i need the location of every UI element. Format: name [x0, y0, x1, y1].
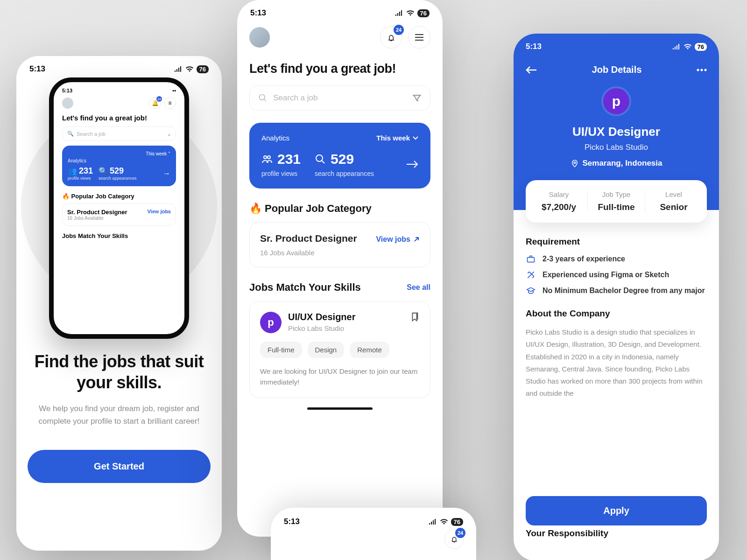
level-value: Senior: [649, 202, 698, 212]
bookmark-button[interactable]: [409, 312, 420, 322]
job-detail-screen: 5:13 76 Job Details p UI/UX Designer Pic…: [514, 34, 719, 560]
requirement-item: 2-3 years of experience: [526, 254, 707, 264]
home-indicator: [307, 407, 373, 410]
search-input[interactable]: Search a job: [249, 85, 430, 111]
job-title: UI/UX Designer: [288, 312, 355, 322]
analytics-label: Analytics: [261, 134, 289, 142]
job-description: We are looking for UI/UX Designer to joi…: [260, 366, 420, 387]
search-appearances-label: search appearances: [315, 170, 374, 177]
company-name: Picko Labs Studio: [526, 143, 707, 152]
job-company: Picko Labs Studio: [288, 324, 355, 332]
view-jobs-link[interactable]: View jobs: [376, 235, 420, 244]
analytics-card[interactable]: Analytics This week 231 profile views: [249, 123, 430, 189]
status-bar: 5:13 76: [237, 0, 443, 22]
analytics-arrow[interactable]: [406, 160, 418, 168]
signal-icon: [672, 44, 681, 49]
responsibility-title: Your Responsibility: [526, 528, 608, 539]
filter-icon[interactable]: [412, 93, 422, 103]
battery-indicator: 76: [695, 43, 707, 51]
jobs-available: 16 Jobs Available: [260, 249, 420, 257]
svg-point-2: [268, 156, 270, 159]
jobtype-label: Job Type: [592, 190, 641, 198]
svg-point-3: [316, 155, 323, 161]
status-time: 5:13: [284, 517, 300, 526]
search-placeholder: Search a job: [273, 93, 317, 103]
wifi-icon: [185, 66, 194, 72]
menu-icon: ≡: [164, 97, 176, 109]
onboarding-subtext: We help you find your dream job, registe…: [33, 402, 205, 427]
svg-point-6: [704, 69, 706, 71]
location-text: Semarang, Indonesia: [583, 159, 662, 168]
status-bar: 5:13 76: [271, 511, 476, 529]
bell-icon: [387, 33, 396, 42]
notifications-button[interactable]: 24: [444, 529, 464, 549]
category-card[interactable]: Sr. Product Designer View jobs 16 Jobs A…: [249, 222, 430, 267]
hamburger-icon: [415, 34, 424, 41]
job-tag: Remote: [350, 342, 389, 358]
more-icon: [697, 69, 707, 71]
search-icon: [258, 93, 268, 103]
notifications-button[interactable]: 24: [380, 26, 402, 49]
search-appearances-value: 529: [331, 151, 354, 167]
see-all-link[interactable]: See all: [407, 283, 430, 292]
location-icon: [571, 159, 579, 168]
requirement-item: No Minimum Bachelor Degree from any majo…: [526, 286, 707, 295]
battery-indicator: 76: [451, 518, 463, 526]
avatar[interactable]: [249, 27, 270, 48]
status-bar: 5:13 76: [16, 56, 222, 78]
svg-point-7: [574, 162, 576, 164]
get-started-button[interactable]: Get Started: [28, 450, 211, 483]
tools-icon: [526, 270, 536, 280]
signal-icon: [174, 66, 183, 72]
more-button[interactable]: [697, 69, 707, 71]
hero-inner-phone: 5:13 •• 🔔24 ≡ Let's find you a great job…: [49, 77, 189, 339]
filter-icon: ⟁: [168, 131, 171, 137]
onboarding-headline: Find the jobs that suit your skills.: [33, 351, 205, 393]
period-selector[interactable]: This week: [376, 134, 418, 142]
apply-button[interactable]: Apply: [526, 496, 707, 525]
notification-badge: 24: [394, 25, 404, 35]
notification-badge: 24: [455, 528, 465, 538]
wifi-icon: [406, 10, 415, 16]
signal-icon: [395, 10, 403, 16]
match-section-title: Jobs Match Your Skills: [249, 281, 361, 294]
about-text: Picko Labs Studio is a design studio tha…: [526, 326, 707, 400]
hero-mockup: 5:13 •• 🔔24 ≡ Let's find you a great job…: [16, 76, 222, 337]
profile-views-value: 231: [277, 151, 301, 167]
graduation-icon: [526, 286, 536, 295]
job-summary-card: Salary $7,200/y Job Type Full-time Level…: [526, 180, 707, 223]
back-button[interactable]: [526, 66, 537, 74]
job-card[interactable]: p UI/UX Designer Picko Labs Studio Full-…: [249, 301, 430, 398]
search-icon: [315, 154, 326, 165]
arrow-left-icon: [526, 66, 537, 74]
search-icon: 🔍: [67, 131, 74, 137]
job-tag: Design: [308, 342, 345, 358]
svg-point-4: [697, 69, 699, 71]
avatar: [62, 98, 73, 109]
requirement-item: Experienced using Figma or Sketch: [526, 270, 707, 280]
job-tag: Full-time: [260, 342, 302, 358]
company-logo: p: [601, 86, 631, 116]
signal-icon: [429, 519, 437, 525]
svg-rect-8: [528, 258, 535, 262]
peek-phone: 5:13 76 24: [271, 508, 476, 560]
popular-section-title: 🔥 Popular Job Category: [249, 203, 372, 215]
arrow-right-icon: [406, 160, 418, 168]
briefcase-icon: [526, 254, 536, 264]
salary-label: Salary: [534, 190, 584, 198]
onboarding-screen: 5:13 76 5:13 ••: [16, 56, 222, 551]
bookmark-icon: [409, 312, 420, 322]
battery-indicator: 76: [197, 65, 209, 73]
about-title: About the Company: [526, 308, 707, 319]
jobtype-value: Full-time: [592, 202, 641, 212]
svg-point-1: [264, 156, 267, 159]
status-time: 5:13: [250, 8, 266, 18]
people-icon: [261, 154, 273, 165]
category-name: Sr. Product Designer: [260, 233, 357, 244]
arrow-up-right-icon: [413, 236, 420, 243]
company-logo: p: [260, 312, 282, 333]
salary-value: $7,200/y: [534, 202, 584, 212]
people-icon: 👥: [68, 167, 77, 175]
menu-button[interactable]: [408, 26, 430, 49]
search-stat-icon: 🔍: [99, 167, 108, 175]
